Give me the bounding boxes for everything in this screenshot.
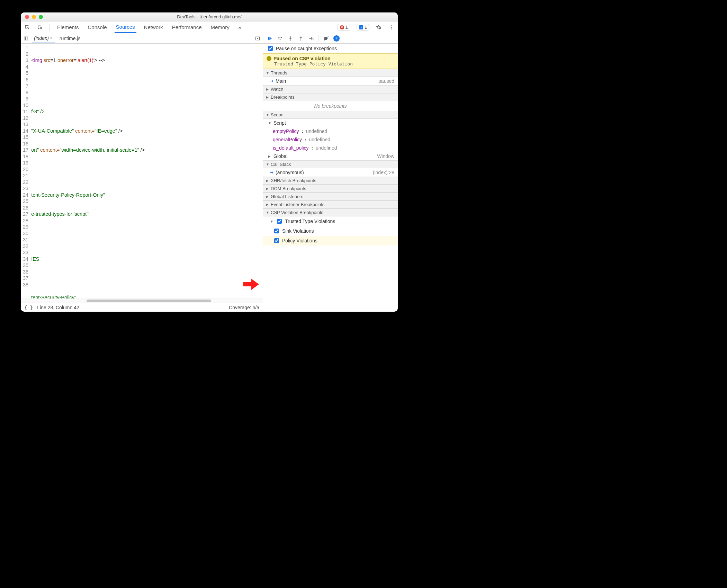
csp-sink-checkbox[interactable] — [274, 229, 279, 233]
error-count-pill[interactable]: ✕ 1 — [338, 24, 350, 30]
window-title: DevTools - tt-enforced.glitch.me/ — [21, 14, 398, 19]
message-count-pill[interactable]: ▪ 1 — [357, 24, 369, 30]
csp-policy-row[interactable]: Policy Violations — [263, 236, 398, 246]
no-breakpoints: No breakpoints — [263, 101, 398, 111]
svg-point-0 — [391, 25, 392, 26]
filetab-runtime[interactable]: runtime.js — [57, 34, 83, 43]
error-icon: ✕ — [340, 25, 344, 29]
step-icon[interactable] — [308, 35, 314, 42]
scope-global[interactable]: Global — [273, 153, 287, 159]
cursor-position: Line 28, Column 42 — [37, 305, 79, 310]
thread-main[interactable]: Main — [276, 78, 286, 84]
deactivate-breakpoints-icon[interactable] — [323, 35, 329, 42]
pause-caught-checkbox[interactable] — [268, 46, 273, 51]
tab-console[interactable]: Console — [87, 22, 108, 33]
callstack-loc: (index):28 — [373, 170, 394, 175]
info-icon: i — [267, 56, 271, 61]
current-frame-icon: ➔ — [270, 170, 273, 175]
pause-banner: iPaused on CSP violation Trusted Type Po… — [263, 53, 398, 69]
pause-on-exceptions-icon[interactable]: II — [333, 35, 340, 42]
tab-elements[interactable]: Elements — [56, 22, 80, 33]
pause-caught-label: Pause on caught exceptions — [276, 46, 337, 51]
titlebar: DevTools - tt-enforced.glitch.me/ — [21, 12, 398, 21]
panel-tabbar: Elements Console Sources Network Perform… — [21, 21, 398, 33]
section-xhr[interactable]: ▶XHR/fetch Breakpoints — [263, 177, 398, 185]
resume-icon[interactable] — [267, 35, 273, 42]
csp-trusted-row[interactable]: ▼ Trusted Type Violations — [263, 216, 398, 226]
svg-point-2 — [391, 28, 392, 29]
section-watch[interactable]: ▶Watch — [263, 85, 398, 93]
menu-icon[interactable] — [388, 24, 394, 30]
csp-trusted-checkbox[interactable] — [277, 219, 282, 224]
device-toggle-icon[interactable] — [37, 24, 43, 30]
filetab-index[interactable]: (index) × — [32, 34, 55, 43]
pretty-print-icon[interactable]: { } — [24, 305, 33, 310]
tab-memory[interactable]: Memory — [209, 22, 231, 33]
sources-subbar: (index) × runtime.js — [21, 33, 398, 44]
section-event-listener[interactable]: ▶Event Listener Breakpoints — [263, 201, 398, 208]
line-gutter: 1234567891011121314151617181920212223242… — [21, 44, 30, 299]
tab-performance[interactable]: Performance — [171, 22, 203, 33]
section-global-listeners[interactable]: ▶Global Listeners — [263, 193, 398, 201]
section-threads[interactable]: ▼Threads — [263, 69, 398, 77]
section-callstack[interactable]: ▼Call Stack — [263, 160, 398, 168]
run-snippet-icon[interactable] — [254, 35, 261, 42]
source-code[interactable]: <img src=1 onerror='alert(1)'> --> f-8" … — [30, 44, 263, 299]
settings-icon[interactable] — [376, 24, 382, 30]
current-thread-icon: ➔ — [270, 79, 273, 83]
step-out-icon[interactable] — [298, 35, 304, 42]
horizontal-scrollbar[interactable] — [21, 299, 263, 303]
section-breakpoints[interactable]: ▶Breakpoints — [263, 93, 398, 101]
csp-policy-checkbox[interactable] — [274, 238, 279, 243]
close-icon[interactable]: × — [50, 36, 53, 41]
debugger-sidebar: Pause on caught exceptions iPaused on CS… — [263, 44, 398, 312]
section-scope[interactable]: ▼Scope — [263, 111, 398, 119]
thread-state: paused — [378, 78, 394, 84]
tab-network[interactable]: Network — [143, 22, 164, 33]
step-into-icon[interactable] — [287, 35, 294, 42]
svg-point-1 — [391, 27, 392, 28]
editor-statusbar: { } Line 28, Column 42 Coverage: n/a — [21, 303, 263, 312]
message-icon: ▪ — [359, 25, 363, 29]
csp-sink-row[interactable]: Sink Violations — [263, 226, 398, 236]
section-csp[interactable]: ▼CSP Violation Breakpoints — [263, 208, 398, 216]
coverage-status: Coverage: n/a — [229, 305, 259, 310]
tab-more[interactable]: » — [237, 22, 243, 33]
navigator-toggle-icon[interactable] — [23, 35, 29, 42]
devtools-window: DevTools - tt-enforced.glitch.me/ Elemen… — [21, 12, 398, 312]
inspect-icon[interactable] — [24, 24, 30, 30]
error-count: 1 — [345, 25, 348, 30]
section-dom[interactable]: ▶DOM Breakpoints — [263, 185, 398, 193]
filetab-index-label: (index) — [34, 35, 49, 41]
callstack-frame[interactable]: (anonymous) — [276, 170, 304, 175]
annotation-arrow-icon — [242, 277, 260, 292]
tab-sources[interactable]: Sources — [115, 21, 136, 33]
scope-script[interactable]: Script — [273, 120, 286, 126]
editor-pane: 1234567891011121314151617181920212223242… — [21, 44, 263, 312]
message-count: 1 — [365, 25, 367, 30]
step-over-icon[interactable] — [277, 35, 283, 42]
